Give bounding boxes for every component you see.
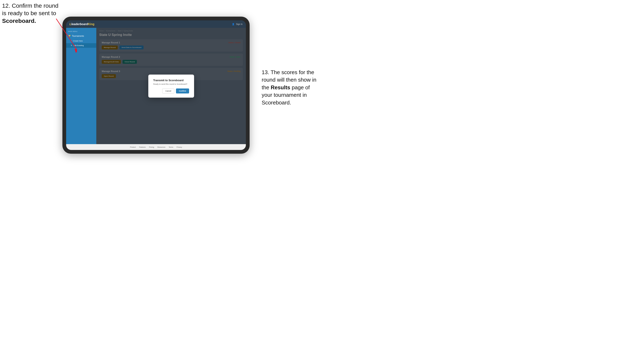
content-area: Home › Tournaments › State U Spring Invi… [96,28,246,144]
edit-existing-label: Edit Existing [74,44,84,46]
logo-l: L [70,22,71,26]
plus-icon: + [71,40,72,42]
footer: Product Features Pricing Resources Terms… [66,144,246,150]
footer-terms[interactable]: Terms [169,146,173,148]
modal-overlay: Transmit to Scoreboard Ready to send thi… [96,28,246,144]
sidebar: MAIN MENU 🏆 Tournaments + Create New ✎ E… [66,28,96,144]
footer-features[interactable]: Features [139,146,146,148]
annotation-line2: is ready to be sent to [2,10,56,16]
footer-product[interactable]: Product [130,146,136,148]
tablet-screen: LleaderboardKing 👤 Sign In MAIN MENU 🏆 T… [66,20,246,150]
logo: LleaderboardKing [70,22,94,26]
sidebar-item-edit-existing[interactable]: ✎ Edit Existing [66,43,96,48]
sidebar-tournaments-label: Tournaments [72,35,84,37]
sidebar-item-create-new[interactable]: + Create New [66,39,96,43]
modal-cancel-button[interactable]: Cancel [162,88,174,93]
edit-icon: ✎ [71,44,72,46]
modal-confirm-button[interactable]: Confirm [176,88,189,93]
annotation-right: 13. The scores for the round will then s… [262,69,320,106]
annotation-line3: Scoreboard. [2,18,36,24]
sign-in-button[interactable]: Sign In [236,23,242,25]
annotation-top: 12. Confirm the round is ready to be sen… [2,2,58,25]
sidebar-menu-label: MAIN MENU [66,30,96,33]
footer-privacy[interactable]: Privacy [176,146,182,148]
create-new-label: Create New [73,40,83,42]
logo-area: LleaderboardKing [70,22,94,26]
sidebar-item-tournaments[interactable]: 🏆 Tournaments [66,33,96,39]
modal-buttons: Cancel Confirm [153,88,189,93]
transmit-modal: Transmit to Scoreboard Ready to send thi… [148,75,194,98]
trophy-icon: 🏆 [68,35,71,37]
top-nav: LleaderboardKing 👤 Sign In [66,20,246,28]
logo-king: King [88,22,94,26]
logo-text-main: leaderboard [71,22,88,26]
footer-pricing[interactable]: Pricing [149,146,154,148]
user-icon: 👤 [232,23,234,25]
annotation-line1: 12. Confirm the round [2,2,58,9]
modal-subtitle: Ready to send this round to Scoreboard? [153,83,189,85]
annotation-results-bold: Results [270,84,290,91]
nav-right: 👤 Sign In [232,23,242,25]
annotation-right-text: 13. The scores for the round will then s… [262,69,316,106]
modal-title: Transmit to Scoreboard [153,79,189,82]
tablet-frame: LleaderboardKing 👤 Sign In MAIN MENU 🏆 T… [62,17,250,154]
footer-resources[interactable]: Resources [158,146,165,148]
main-area: MAIN MENU 🏆 Tournaments + Create New ✎ E… [66,28,246,144]
